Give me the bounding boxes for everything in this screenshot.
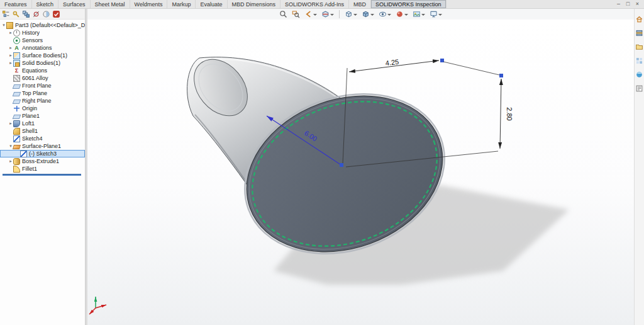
- view-orientation-button[interactable]: [343, 9, 358, 19]
- expand-arrow-icon[interactable]: ▸: [8, 59, 13, 67]
- dimension-line-height[interactable]: [500, 79, 501, 149]
- tree-item-fillet1[interactable]: Fillet1: [0, 165, 85, 173]
- displaymanager-icon: [42, 10, 50, 18]
- tree-item-sketch4[interactable]: Sketch4: [0, 135, 85, 142]
- tab-evaluate[interactable]: Evaluate: [196, 0, 227, 8]
- rollback-bar[interactable]: [3, 174, 81, 176]
- apply-scene-button[interactable]: [411, 9, 426, 19]
- panel-tab-dimxpertmanager[interactable]: [32, 10, 40, 18]
- tree-item-sensors[interactable]: Sensors: [0, 37, 85, 44]
- restore-button[interactable]: □: [623, 0, 633, 8]
- tree-item-front-plane[interactable]: Front Plane: [0, 82, 85, 89]
- tab-sheet-metal[interactable]: Sheet Metal: [91, 0, 130, 8]
- view-settings-icon: [430, 10, 438, 18]
- tree-item-history[interactable]: ▸History: [0, 29, 85, 37]
- feature-tree-panel: ▾Part3 (Default<<Default>_Display State …: [0, 20, 85, 325]
- tree-item-origin[interactable]: Origin: [0, 105, 85, 112]
- task-pane-view-palette[interactable]: [635, 57, 643, 65]
- tree-item-surface-plane1[interactable]: ▾Surface-Plane1: [0, 142, 85, 150]
- tree-item-boss-extrude1[interactable]: ▸Boss-Extrude1: [0, 157, 85, 165]
- expand-arrow-icon[interactable]: ▸: [8, 120, 13, 127]
- tree-item-annotations[interactable]: ▸Annotations: [0, 44, 85, 52]
- extension-line: [443, 62, 499, 75]
- tree-item-surface-bodies-1[interactable]: ▸Surface Bodies(1): [0, 52, 85, 59]
- tree-item-label: Solid Bodies(1): [22, 60, 60, 66]
- dropdown-caret-icon[interactable]: [313, 14, 317, 18]
- tree-item-6061-alloy[interactable]: 6061 Alloy: [0, 74, 85, 82]
- view-settings-button[interactable]: [428, 9, 443, 19]
- expand-arrow-icon[interactable]: ▾: [1, 21, 6, 29]
- task-pane-solidworks-resources[interactable]: [635, 15, 643, 23]
- tree-item-label: Sketch4: [22, 135, 43, 142]
- dropdown-caret-icon[interactable]: [421, 14, 425, 18]
- tree-item-label: Fillet1: [22, 166, 37, 172]
- edit-appearance-button[interactable]: [394, 9, 409, 19]
- expand-arrow-icon[interactable]: ▸: [8, 157, 13, 165]
- dropdown-caret-icon[interactable]: [438, 14, 442, 18]
- panel-tab-displaymanager[interactable]: [42, 10, 50, 18]
- tree-item-right-plane[interactable]: Right Plane: [0, 97, 85, 105]
- dropdown-caret-icon[interactable]: [353, 14, 357, 18]
- zoom-to-area-button[interactable]: [291, 9, 301, 19]
- panel-tab-propertymanager[interactable]: [12, 10, 20, 18]
- task-pane-file-explorer[interactable]: [635, 43, 643, 51]
- dropdown-caret-icon[interactable]: [330, 14, 334, 18]
- tab-surfaces[interactable]: Surfaces: [58, 0, 91, 8]
- origin-triad: [89, 297, 106, 314]
- expand-arrow-icon[interactable]: ▸: [8, 44, 13, 52]
- dimension-handle[interactable]: [499, 74, 503, 77]
- featuremanager-icon: [2, 10, 10, 18]
- task-pane-design-library[interactable]: [635, 29, 643, 37]
- tab-solidworks-add-ins[interactable]: SOLIDWORKS Add-Ins: [280, 0, 349, 8]
- solidworks-window: FeaturesSketchSurfacesSheet MetalWeldmen…: [0, 0, 644, 325]
- view-orientation-icon: [345, 10, 353, 18]
- viewport[interactable]: 4.25 2.80 6.00: [87, 20, 634, 325]
- close-button[interactable]: ×: [633, 0, 642, 8]
- tree-item-equations[interactable]: Equations: [0, 67, 85, 74]
- dropdown-caret-icon[interactable]: [370, 14, 374, 18]
- sketch-center-handle[interactable]: [340, 163, 343, 167]
- dropdown-caret-icon[interactable]: [387, 14, 391, 18]
- dimension-height-text[interactable]: 2.80: [506, 107, 513, 120]
- panel-tab-inspection[interactable]: [52, 10, 60, 18]
- tree-item-solid-bodies-1[interactable]: ▸Solid Bodies(1): [0, 59, 85, 67]
- section-view-button[interactable]: [320, 9, 335, 19]
- previous-view-button[interactable]: [303, 9, 318, 19]
- tree-item-shell1[interactable]: Shell1: [0, 127, 85, 135]
- tab-markup[interactable]: Markup: [167, 0, 196, 8]
- tree-item-loft1[interactable]: ▸Loft1: [0, 120, 85, 127]
- tree-item-top-plane[interactable]: Top Plane: [0, 89, 85, 97]
- dimxpertmanager-icon: [32, 10, 40, 18]
- tab-weldments[interactable]: Weldments: [130, 0, 168, 8]
- panel-tab-featuremanager[interactable]: [2, 10, 10, 18]
- tree-item-label: Origin: [22, 105, 37, 111]
- tab-features[interactable]: Features: [0, 0, 32, 8]
- task-pane-appearances-scenes[interactable]: [635, 71, 643, 79]
- window-controls: –□×: [614, 0, 644, 8]
- zoom-to-fit-button[interactable]: [278, 9, 289, 19]
- model-canvas[interactable]: 4.25 2.80 6.00: [87, 20, 634, 325]
- tree-item-part3-default-default-display-state-1[interactable]: ▾Part3 (Default<<Default>_Display State …: [0, 21, 85, 29]
- tree-item-label: 6061 Alloy: [22, 75, 48, 81]
- view-palette-icon: [635, 57, 643, 65]
- tree-item-plane1[interactable]: Plane1: [0, 112, 85, 120]
- panel-tab-configurationmanager[interactable]: [22, 10, 30, 18]
- tree-item-sketch3[interactable]: (-) Sketch3: [0, 150, 85, 157]
- dropdown-caret-icon[interactable]: [404, 14, 408, 18]
- task-pane-custom-properties[interactable]: [635, 84, 643, 93]
- edit-appearance-icon: [396, 10, 404, 18]
- design-library-icon: [635, 29, 643, 37]
- surface-icon: [13, 145, 21, 149]
- tab-sketch[interactable]: Sketch: [32, 0, 59, 8]
- tab-mbd-dimensions[interactable]: MBD Dimensions: [228, 0, 281, 8]
- minimize-button[interactable]: –: [614, 0, 623, 8]
- display-style-button[interactable]: [360, 9, 375, 19]
- panel-tab-bar: [0, 9, 85, 20]
- expand-arrow-icon[interactable]: ▸: [8, 52, 13, 59]
- tab-solidworks-inspection[interactable]: SOLIDWORKS Inspection: [371, 0, 447, 8]
- tab-mbd[interactable]: MBD: [349, 0, 371, 8]
- tree-item-label: Surface Bodies(1): [22, 52, 67, 59]
- hide-show-items-button[interactable]: [377, 9, 392, 19]
- expand-arrow-icon[interactable]: ▸: [8, 29, 13, 37]
- tree-item-label: Top Plane: [22, 90, 47, 96]
